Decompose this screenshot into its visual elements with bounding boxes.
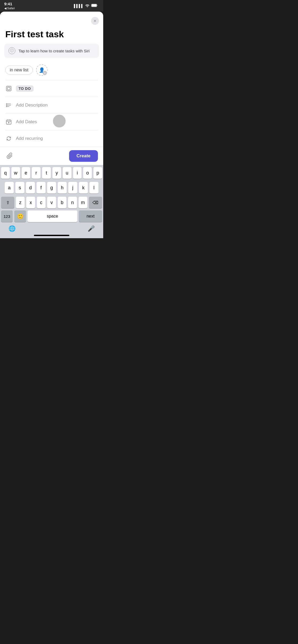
wifi-icon bbox=[85, 4, 89, 8]
back-label: ◀ Safari bbox=[4, 7, 15, 10]
svg-rect-3 bbox=[7, 87, 10, 90]
key-q[interactable]: q bbox=[1, 167, 10, 179]
keyboard-extras: 🌐 🎤 bbox=[0, 224, 103, 233]
keyboard: q w e r t y u i o p a s d f g h j k l ⇧ … bbox=[0, 165, 103, 238]
svg-rect-2 bbox=[6, 86, 11, 91]
keyboard-row-3: ⇧ z x c v b n m ⌫ bbox=[0, 195, 103, 209]
recurring-row[interactable]: Add recurring bbox=[0, 130, 103, 147]
svg-point-9 bbox=[6, 106, 7, 107]
task-title-input[interactable] bbox=[5, 29, 98, 39]
safari-back[interactable]: ◀ Safari bbox=[4, 7, 15, 10]
dates-icon bbox=[5, 118, 12, 125]
status-bar: 9:41 ◀ Safari ▌▌▌▌ bbox=[0, 0, 103, 12]
space-key[interactable]: space bbox=[28, 210, 77, 222]
key-n[interactable]: n bbox=[68, 197, 77, 208]
globe-icon[interactable]: 🌐 bbox=[8, 225, 16, 232]
info-icon: ⓘ bbox=[8, 47, 15, 54]
modal-sheet: ✕ ⓘ Tap to learn how to create tasks wit… bbox=[0, 12, 103, 238]
create-button[interactable]: Create bbox=[69, 150, 98, 162]
add-person-button[interactable]: 👤 + bbox=[36, 64, 48, 76]
siri-banner[interactable]: ⓘ Tap to learn how to create tasks with … bbox=[4, 44, 99, 58]
recurring-label: Add recurring bbox=[16, 136, 43, 141]
signal-icon: ▌▌▌▌ bbox=[74, 4, 84, 8]
dates-label: Add Dates bbox=[16, 119, 37, 125]
key-j[interactable]: j bbox=[68, 182, 77, 194]
close-button[interactable]: ✕ bbox=[91, 17, 99, 25]
key-g[interactable]: g bbox=[47, 182, 56, 194]
key-h[interactable]: h bbox=[58, 182, 67, 194]
svg-point-14 bbox=[8, 122, 9, 123]
description-row[interactable]: Add Description bbox=[0, 97, 103, 113]
modal-header: ✕ bbox=[0, 12, 103, 27]
home-indicator bbox=[34, 235, 69, 236]
status-left: 9:41 ◀ Safari bbox=[4, 2, 15, 10]
keyboard-row-2: a s d f g h j k l bbox=[0, 180, 103, 195]
next-key[interactable]: next bbox=[79, 210, 102, 222]
key-k[interactable]: k bbox=[79, 182, 88, 194]
emoji-key[interactable]: 🙂 bbox=[14, 210, 26, 222]
recurring-icon bbox=[5, 135, 12, 142]
svg-point-8 bbox=[6, 105, 7, 105]
key-i[interactable]: i bbox=[73, 167, 82, 179]
status-row[interactable]: TO DO bbox=[0, 80, 103, 97]
delete-key[interactable]: ⌫ bbox=[89, 197, 102, 208]
shift-key[interactable]: ⇧ bbox=[1, 197, 14, 208]
status-icons: ▌▌▌▌ bbox=[74, 4, 98, 8]
key-m[interactable]: m bbox=[79, 197, 87, 208]
description-label: Add Description bbox=[16, 103, 48, 108]
siri-text: Tap to learn how to create tasks with Si… bbox=[19, 49, 89, 53]
key-b[interactable]: b bbox=[58, 197, 66, 208]
key-d[interactable]: d bbox=[26, 182, 35, 194]
key-r[interactable]: r bbox=[32, 167, 40, 179]
key-t[interactable]: t bbox=[42, 167, 51, 179]
numbers-key[interactable]: 123 bbox=[1, 210, 13, 222]
dates-row[interactable]: Add Dates bbox=[0, 114, 103, 130]
key-c[interactable]: c bbox=[37, 197, 46, 208]
keyboard-row-1: q w e r t y u i o p bbox=[0, 165, 103, 180]
key-o[interactable]: o bbox=[83, 167, 92, 179]
description-icon bbox=[5, 102, 12, 109]
key-l[interactable]: l bbox=[89, 182, 98, 194]
key-u[interactable]: u bbox=[63, 167, 71, 179]
status-icon bbox=[5, 85, 12, 92]
key-y[interactable]: y bbox=[52, 167, 61, 179]
key-a[interactable]: a bbox=[5, 182, 14, 194]
key-v[interactable]: v bbox=[47, 197, 56, 208]
todo-badge: TO DO bbox=[16, 85, 34, 92]
key-x[interactable]: x bbox=[26, 197, 35, 208]
key-z[interactable]: z bbox=[16, 197, 25, 208]
plus-badge: + bbox=[43, 71, 47, 75]
attach-button[interactable] bbox=[5, 151, 15, 161]
key-p[interactable]: p bbox=[93, 167, 102, 179]
key-s[interactable]: s bbox=[15, 182, 24, 194]
svg-point-7 bbox=[6, 104, 7, 104]
list-selector[interactable]: in new list bbox=[5, 66, 33, 75]
battery-icon bbox=[91, 4, 98, 8]
status-time: 9:41 bbox=[4, 2, 15, 6]
bottom-toolbar: Create bbox=[0, 147, 103, 165]
key-e[interactable]: e bbox=[22, 167, 30, 179]
drag-handle bbox=[53, 115, 66, 127]
key-w[interactable]: w bbox=[11, 167, 20, 179]
task-title-area bbox=[0, 27, 103, 44]
microphone-icon[interactable]: 🎤 bbox=[88, 225, 95, 232]
svg-rect-1 bbox=[92, 4, 97, 7]
keyboard-row-4: 123 🙂 space next bbox=[0, 209, 103, 224]
key-f[interactable]: f bbox=[37, 182, 46, 194]
list-row: in new list 👤 + bbox=[0, 62, 103, 80]
